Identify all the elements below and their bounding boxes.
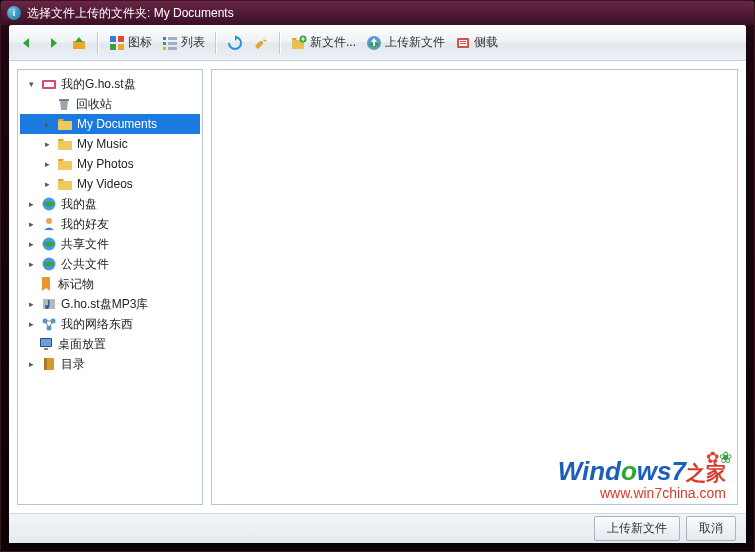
folder-icon xyxy=(57,156,73,172)
tree-node-public[interactable]: 公共文件 xyxy=(20,254,200,274)
tree-node-desktop[interactable]: 桌面放置 xyxy=(20,334,200,354)
file-list-panel[interactable] xyxy=(211,69,738,505)
tree-node-mp3lib[interactable]: G.ho.st盘MP3库 xyxy=(20,294,200,314)
tree-label: My Documents xyxy=(77,117,196,131)
dialog-window: i 选择文件上传的文件夹: My Documents xyxy=(0,0,755,552)
expand-toggle-icon[interactable] xyxy=(26,219,37,230)
arrow-right-icon xyxy=(45,35,61,51)
svg-rect-16 xyxy=(460,41,466,42)
expand-toggle-icon[interactable] xyxy=(26,359,37,370)
tree-node-shared[interactable]: 共享文件 xyxy=(20,234,200,254)
tree-label: 回收站 xyxy=(76,96,196,113)
wrench-icon xyxy=(253,35,269,51)
title-bar[interactable]: i 选择文件上传的文件夹: My Documents xyxy=(1,1,754,25)
expand-toggle-icon[interactable] xyxy=(26,259,37,270)
svg-rect-19 xyxy=(44,82,54,87)
svg-rect-1 xyxy=(110,36,116,42)
tree-label: 我的网络东西 xyxy=(61,316,196,333)
tree-node-network[interactable]: 我的网络东西 xyxy=(20,314,200,334)
expand-toggle-icon[interactable] xyxy=(26,299,37,310)
book-icon xyxy=(41,356,57,372)
svg-rect-39 xyxy=(44,358,47,370)
svg-rect-20 xyxy=(59,99,69,101)
tree-node-catalog[interactable]: 目录 xyxy=(20,354,200,374)
svg-rect-8 xyxy=(168,42,177,45)
tree-node-my-videos[interactable]: My Videos xyxy=(20,174,200,194)
sideload-button[interactable]: 侧载 xyxy=(451,31,502,54)
tree-node-my-documents[interactable]: My Documents xyxy=(20,114,200,134)
list-view-button[interactable]: 列表 xyxy=(158,31,209,54)
cancel-button[interactable]: 取消 xyxy=(686,516,736,541)
expand-toggle-icon[interactable] xyxy=(42,179,53,190)
upload-icon xyxy=(366,35,382,51)
tree-node-recycle[interactable]: 回收站 xyxy=(20,94,200,114)
refresh-icon xyxy=(227,35,243,51)
window-title: 选择文件上传的文件夹: My Documents xyxy=(27,5,234,22)
toolbar: 图标 列表 xyxy=(9,25,746,61)
upload-new-file-button[interactable]: 上传新文件 xyxy=(594,516,680,541)
toolbar-separator xyxy=(215,32,217,54)
properties-button[interactable] xyxy=(249,32,273,54)
expand-toggle-icon[interactable] xyxy=(26,319,37,330)
arrow-left-icon xyxy=(19,35,35,51)
arrow-up-folder-icon xyxy=(71,35,87,51)
svg-rect-6 xyxy=(168,37,177,40)
expand-toggle-icon[interactable] xyxy=(42,139,53,150)
svg-rect-36 xyxy=(41,339,51,346)
upload-label: 上传新文件 xyxy=(385,34,445,51)
tree-label: 桌面放置 xyxy=(58,336,196,353)
svg-rect-7 xyxy=(163,42,166,45)
music-icon xyxy=(41,296,57,312)
tree-node-my-photos[interactable]: My Photos xyxy=(20,154,200,174)
expand-toggle-icon[interactable] xyxy=(26,79,37,90)
svg-rect-0 xyxy=(73,41,85,49)
expand-toggle-icon[interactable] xyxy=(26,199,37,210)
globe-icon xyxy=(41,256,57,272)
tree-label: My Videos xyxy=(77,177,196,191)
expand-toggle-icon[interactable] xyxy=(26,239,37,250)
globe-icon xyxy=(41,236,57,252)
dialog-footer: 上传新文件 取消 xyxy=(9,513,746,543)
user-icon xyxy=(41,216,57,232)
svg-rect-4 xyxy=(118,44,124,50)
svg-rect-5 xyxy=(163,37,166,40)
sideload-label: 侧载 xyxy=(474,34,498,51)
content-area: 我的G.ho.st盘 回收站 xyxy=(9,61,746,513)
tree-node-my-music[interactable]: My Music xyxy=(20,134,200,154)
tree-node-bookmarks[interactable]: 标记物 xyxy=(20,274,200,294)
svg-rect-9 xyxy=(163,47,166,50)
new-folder-button[interactable]: 新文件... xyxy=(287,31,360,54)
tree-label: 共享文件 xyxy=(61,236,196,253)
svg-rect-10 xyxy=(168,47,177,50)
expand-toggle-icon[interactable] xyxy=(42,159,53,170)
icons-view-label: 图标 xyxy=(128,34,152,51)
recycle-bin-icon xyxy=(56,96,72,112)
upload-button[interactable]: 上传新文件 xyxy=(362,31,449,54)
toolbar-separator xyxy=(279,32,281,54)
list-view-label: 列表 xyxy=(181,34,205,51)
svg-point-26 xyxy=(46,218,52,224)
nav-forward-button[interactable] xyxy=(41,32,65,54)
bookmark-icon xyxy=(38,276,54,292)
tree-label: 公共文件 xyxy=(61,256,196,273)
tree-node-my-drives[interactable]: 我的盘 xyxy=(20,194,200,214)
toolbar-separator xyxy=(97,32,99,54)
tree-node-root[interactable]: 我的G.ho.st盘 回收站 xyxy=(20,74,200,194)
nav-up-button[interactable] xyxy=(67,32,91,54)
refresh-button[interactable] xyxy=(223,32,247,54)
svg-rect-23 xyxy=(58,161,72,170)
icons-view-button[interactable]: 图标 xyxy=(105,31,156,54)
tree-label: G.ho.st盘MP3库 xyxy=(61,296,196,313)
tree-label: 我的盘 xyxy=(61,196,196,213)
icons-view-icon xyxy=(109,35,125,51)
new-folder-icon xyxy=(291,35,307,51)
tree-label: 我的G.ho.st盘 xyxy=(61,76,196,93)
new-folder-label: 新文件... xyxy=(310,34,356,51)
folder-icon xyxy=(57,136,73,152)
tree-node-friends[interactable]: 我的好友 xyxy=(20,214,200,234)
expand-toggle-icon[interactable] xyxy=(42,119,53,130)
svg-rect-22 xyxy=(58,141,72,150)
svg-rect-24 xyxy=(58,181,72,190)
nav-back-button[interactable] xyxy=(15,32,39,54)
folder-icon xyxy=(57,116,73,132)
